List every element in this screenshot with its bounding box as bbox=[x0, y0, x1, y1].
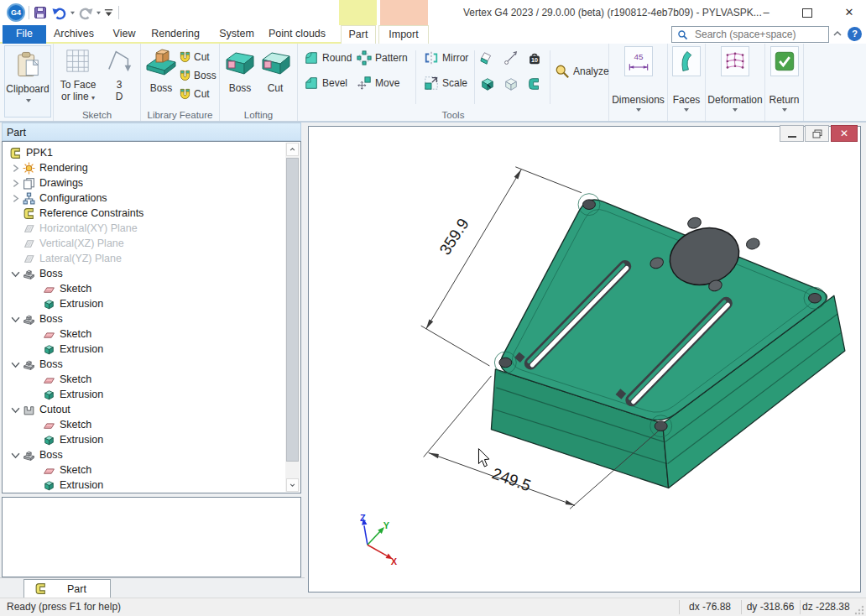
tree-item-cutout[interactable]: Cutout bbox=[3, 402, 285, 417]
tree-scrollbar[interactable] bbox=[285, 143, 300, 492]
lofting-boss-icon[interactable] bbox=[225, 50, 255, 76]
weight-icon[interactable]: 10 bbox=[527, 51, 542, 66]
faces-button[interactable]: Faces bbox=[668, 94, 705, 106]
tree-item-drawings[interactable]: Drawings bbox=[3, 175, 285, 191]
dimension-width-value[interactable]: 249.5 bbox=[490, 464, 534, 494]
scrollbar-thumb[interactable] bbox=[286, 158, 299, 462]
lofting-cut-icon[interactable] bbox=[261, 50, 291, 76]
lofting-boss-button[interactable]: Boss bbox=[220, 82, 260, 94]
ribbon-tab-system[interactable]: System bbox=[216, 25, 257, 44]
dimensions-dropdown-icon[interactable] bbox=[635, 107, 642, 112]
ribbon-tab-import[interactable]: Import bbox=[378, 25, 429, 44]
bevel-button[interactable]: Bevel bbox=[304, 76, 347, 91]
tree-item-sketch[interactable]: Sketch bbox=[3, 281, 285, 296]
deformation-dropdown-icon[interactable] bbox=[732, 107, 738, 112]
redo-dropdown-icon[interactable] bbox=[96, 11, 102, 15]
tree-item-boss[interactable]: Boss bbox=[3, 311, 285, 326]
clipboard-button[interactable]: Clipboard bbox=[4, 45, 51, 117]
round-button[interactable]: Round bbox=[304, 50, 352, 65]
library-cut2-button[interactable]: Cut bbox=[179, 87, 210, 100]
viewport-canvas[interactable]: 359.9 249.5 Z Y X bbox=[308, 126, 861, 593]
tree-item-sketch[interactable]: Sketch bbox=[3, 326, 285, 342]
chevron-expanded-icon[interactable] bbox=[11, 451, 20, 460]
maximize-button[interactable] bbox=[796, 4, 819, 21]
tree-item-boss[interactable]: Boss bbox=[3, 447, 285, 462]
customize-toolbar-icon[interactable] bbox=[103, 8, 114, 18]
chevron-expanded-icon[interactable] bbox=[11, 405, 20, 415]
undo-dropdown-icon[interactable] bbox=[70, 11, 76, 15]
return-dropdown-icon[interactable] bbox=[781, 107, 788, 112]
to-face-button[interactable]: To Face bbox=[54, 79, 102, 91]
deformation-icon[interactable] bbox=[721, 46, 749, 76]
to-face-button-line2[interactable]: or line ▾ bbox=[54, 91, 102, 102]
analyze-button[interactable]: Analyze bbox=[555, 64, 609, 79]
ribbon-tab-view[interactable]: View bbox=[107, 25, 141, 44]
library-cut-button[interactable]: Cut bbox=[179, 50, 210, 63]
part-feature-icon[interactable] bbox=[527, 76, 542, 91]
tree-item-extrusion[interactable]: Extrusion bbox=[3, 342, 285, 357]
resize-grip[interactable] bbox=[854, 605, 864, 615]
scroll-up-icon[interactable] bbox=[286, 143, 299, 156]
pattern-button[interactable]: Pattern bbox=[357, 50, 408, 65]
tree-item-lateral-yz-plane[interactable]: Lateral(YZ) Plane bbox=[3, 251, 285, 266]
chevron-collapsed-icon[interactable] bbox=[11, 164, 20, 173]
lofting-cut-button[interactable]: Cut bbox=[257, 82, 294, 94]
measure-icon[interactable] bbox=[503, 51, 519, 66]
tree-item-sketch[interactable]: Sketch bbox=[3, 462, 285, 478]
tree-item-rendering[interactable]: Rendering bbox=[3, 160, 285, 175]
undo-icon[interactable] bbox=[51, 6, 68, 20]
chevron-collapsed-icon[interactable] bbox=[11, 179, 20, 188]
collapse-ribbon-icon[interactable] bbox=[832, 29, 843, 38]
mirror-button[interactable]: Mirror bbox=[424, 50, 468, 65]
clipboard-dropdown-icon[interactable] bbox=[25, 98, 32, 103]
chevron-expanded-icon[interactable] bbox=[11, 360, 20, 369]
minimize-button[interactable]: – bbox=[754, 4, 778, 21]
save-icon[interactable] bbox=[34, 6, 47, 19]
dimensions-button[interactable]: Dimensions bbox=[609, 94, 667, 106]
sketch-3d-button[interactable]: 3 bbox=[104, 79, 134, 91]
tree-item-extrusion[interactable]: Extrusion bbox=[3, 432, 285, 447]
sketch-3d-icon[interactable] bbox=[106, 47, 134, 74]
tree-item-ppk1[interactable]: PPK1 bbox=[3, 145, 285, 160]
library-boss-icon[interactable] bbox=[145, 48, 177, 76]
scroll-down-icon[interactable] bbox=[286, 478, 299, 492]
tree-item-extrusion[interactable]: Extrusion bbox=[3, 296, 285, 311]
return-icon[interactable] bbox=[770, 46, 799, 76]
delete-face-icon[interactable] bbox=[480, 51, 495, 66]
faces-icon[interactable] bbox=[672, 46, 701, 76]
deformation-button[interactable]: Deformation bbox=[706, 94, 764, 106]
document-close-button[interactable]: ✕ bbox=[831, 125, 858, 142]
faces-dropdown-icon[interactable] bbox=[683, 107, 690, 112]
library-boss-button[interactable]: Boss bbox=[141, 82, 181, 94]
dimensions-icon[interactable]: 45 bbox=[624, 46, 653, 76]
library-boss-small-button[interactable]: Boss bbox=[179, 69, 216, 81]
chevron-collapsed-icon[interactable] bbox=[11, 194, 20, 203]
ribbon-tab-archives[interactable]: Archives bbox=[52, 25, 96, 44]
ribbon-tab-point-clouds[interactable]: Point clouds bbox=[267, 25, 327, 44]
tree-item-sketch[interactable]: Sketch bbox=[3, 417, 285, 432]
solid-cube-icon[interactable] bbox=[480, 76, 495, 91]
move-button[interactable]: Move bbox=[357, 76, 399, 91]
model-view[interactable]: 359.9 249.5 Z Y X bbox=[309, 127, 860, 592]
chevron-expanded-icon[interactable] bbox=[11, 315, 20, 324]
ribbon-tab-part[interactable]: Part bbox=[341, 25, 376, 44]
chevron-expanded-icon[interactable] bbox=[11, 269, 20, 279]
document-minimize-button[interactable] bbox=[780, 125, 804, 142]
scale-button[interactable]: Scale bbox=[424, 76, 467, 91]
document-restore-button[interactable] bbox=[805, 125, 829, 142]
dimension-length-value[interactable]: 359.9 bbox=[436, 215, 472, 258]
search-box[interactable] bbox=[671, 26, 829, 43]
tree-item-reference-constraints[interactable]: Reference Constraints bbox=[3, 206, 285, 221]
close-button[interactable]: ✕ bbox=[837, 4, 861, 21]
tree-item-boss[interactable]: Boss bbox=[3, 357, 285, 372]
tree-item-boss[interactable]: Boss bbox=[3, 266, 285, 281]
wireframe-cube-icon[interactable] bbox=[503, 76, 519, 91]
sketch-to-face-icon[interactable] bbox=[65, 49, 90, 73]
tree-item-sketch[interactable]: Sketch bbox=[3, 372, 285, 387]
search-input[interactable] bbox=[693, 28, 828, 41]
redo-icon[interactable] bbox=[77, 6, 94, 20]
panel-tab-part[interactable]: Part bbox=[23, 579, 111, 598]
app-logo[interactable]: G4 bbox=[7, 3, 25, 22]
ribbon-tab-rendering[interactable]: Rendering bbox=[151, 25, 200, 44]
tree-item-extrusion[interactable]: Extrusion bbox=[3, 478, 285, 493]
